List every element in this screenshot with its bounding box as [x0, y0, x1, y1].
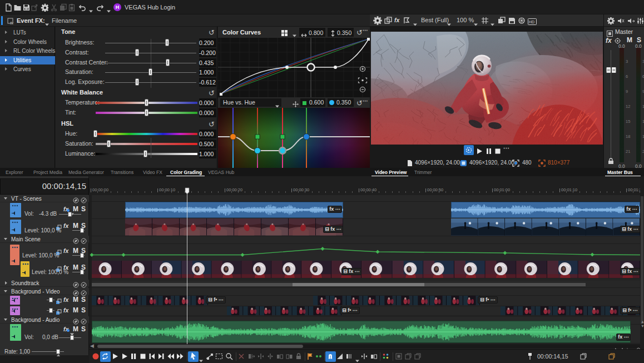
svg-text:↺: ↺ [209, 29, 215, 36]
svg-text:↺: ↺ [209, 89, 215, 97]
svg-text:fx: fx [10, 21, 14, 25]
svg-text:↺: ↺ [356, 100, 363, 107]
svg-text:HD: HD [529, 20, 534, 24]
svg-text:↺: ↺ [209, 121, 215, 128]
svg-text:↺: ↺ [356, 29, 363, 36]
